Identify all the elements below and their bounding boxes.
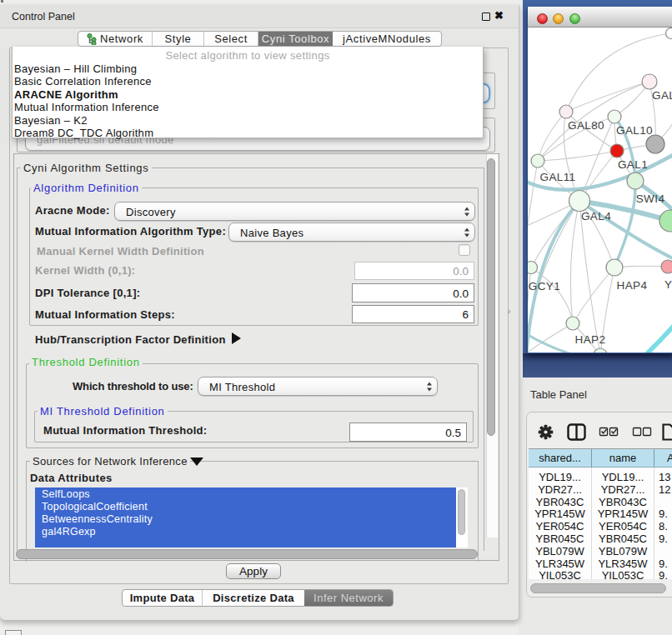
svg-text:HAP4: HAP4 (617, 279, 648, 292)
svg-text:GAL80: GAL80 (568, 119, 604, 132)
svg-text:Y: Y (664, 278, 672, 291)
svg-text:GAL2: GAL2 (652, 89, 672, 102)
svg-text:SWI4: SWI4 (636, 192, 665, 205)
svg-text:GAL10: GAL10 (616, 124, 653, 137)
svg-text:GAL11: GAL11 (539, 171, 575, 183)
svg-text:GCY1: GCY1 (529, 280, 560, 292)
svg-text:GAL1: GAL1 (618, 158, 648, 171)
svg-text:GAL4: GAL4 (581, 210, 611, 222)
svg-text:HAP2: HAP2 (575, 333, 606, 346)
